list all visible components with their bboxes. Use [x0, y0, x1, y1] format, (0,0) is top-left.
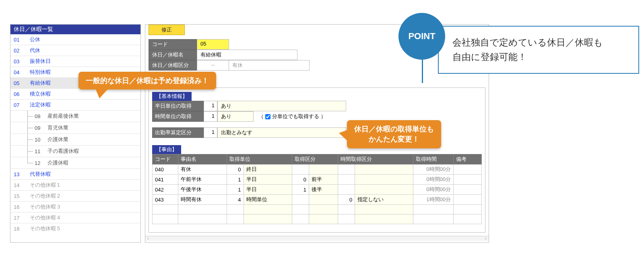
hourly-num[interactable]: 1 [204, 111, 217, 122]
sidebar-item-07[interactable]: 07 法定休暇 [10, 100, 140, 110]
sidebar-item-14[interactable]: 14 その他休暇１ [10, 180, 140, 191]
cell-hdiv-num[interactable] [338, 175, 355, 185]
sidebar-sub-12[interactable]: 12 介護休暇 [10, 157, 140, 169]
cell-empty[interactable] [227, 205, 244, 214]
cell-div-num[interactable] [292, 164, 309, 175]
cell-unit-text[interactable]: 終日 [244, 164, 292, 175]
sidebar-item-15[interactable]: 15 その他休暇２ [10, 191, 140, 202]
cell-div-text[interactable]: 後半 [309, 185, 338, 195]
sidebar-item-label: その他休暇２ [30, 192, 61, 200]
table-row-empty[interactable] [153, 214, 482, 224]
cell-name[interactable]: 有休 [178, 164, 227, 175]
callout-unit-change: 休日／休暇の取得単位も かんたん変更！ [347, 120, 441, 148]
cell-empty[interactable] [355, 214, 413, 224]
sidebar-item-17[interactable]: 17 その他休暇４ [10, 212, 140, 223]
sidebar-item-13[interactable]: 13 代替休暇 [10, 169, 140, 180]
cell-empty[interactable] [309, 214, 338, 224]
cell-empty[interactable] [292, 214, 309, 224]
hourly-text[interactable]: あり [217, 111, 254, 122]
cell-empty[interactable] [153, 205, 178, 214]
cell-note[interactable] [454, 185, 482, 195]
paren-l: （ [258, 113, 264, 120]
cell-name[interactable]: 午前半休 [178, 175, 227, 185]
cell-empty[interactable] [244, 205, 292, 214]
scroll-right-icon[interactable]: › [483, 236, 489, 241]
cell-div-num[interactable]: 1 [292, 185, 309, 195]
cell-div-num[interactable] [292, 195, 309, 205]
cell-empty[interactable] [454, 214, 482, 224]
cell-name[interactable]: 時間有休 [178, 195, 227, 205]
cell-hdiv-text[interactable] [355, 185, 413, 195]
cell-empty[interactable] [309, 205, 338, 214]
edit-mode-button[interactable]: 修正 [149, 25, 185, 35]
cell-empty[interactable] [413, 205, 454, 214]
cell-time[interactable]: 0時間00分 [413, 164, 454, 175]
cell-note[interactable] [454, 195, 482, 205]
sidebar-sub-08[interactable]: 08 産前産後休業 [10, 110, 140, 122]
cell-div-num[interactable]: 0 [292, 175, 309, 185]
cell-empty[interactable] [227, 214, 244, 224]
halfday-text[interactable]: あり [217, 101, 346, 111]
cell-unit-num[interactable]: 0 [227, 164, 244, 175]
cell-time[interactable]: 0時間00分 [413, 185, 454, 195]
cell-hdiv-text[interactable] [355, 164, 413, 175]
cell-unit-num[interactable]: 4 [227, 195, 244, 205]
attendance-num[interactable]: 1 [204, 127, 217, 138]
cell-unit-text[interactable]: 半日 [244, 185, 292, 195]
cell-note[interactable] [454, 164, 482, 175]
sidebar: 休日／休暇一覧 01 公休 02 代休 03 振替休日 04 特別休暇 05 有… [10, 24, 141, 243]
cell-hdiv-num[interactable] [338, 164, 355, 175]
cell-empty[interactable] [153, 214, 178, 224]
cell-unit-text[interactable]: 時間単位 [244, 195, 292, 205]
sidebar-item-01[interactable]: 01 公休 [10, 34, 140, 45]
cell-hdiv-text[interactable] [355, 175, 413, 185]
sidebar-item-03[interactable]: 03 振替休日 [10, 56, 140, 67]
cell-empty[interactable] [178, 205, 227, 214]
cell-hdiv-num[interactable]: 0 [338, 195, 355, 205]
cell-unit-num[interactable]: 1 [227, 185, 244, 195]
table-row[interactable]: 041午前半休1半日0前半0時間00分 [153, 175, 482, 185]
sidebar-sub-11[interactable]: 11 子の看護休暇 [10, 146, 140, 157]
name-value[interactable]: 有給休暇 [197, 50, 297, 60]
cell-empty[interactable] [292, 205, 309, 214]
cell-empty[interactable] [413, 214, 454, 224]
cell-note[interactable] [454, 175, 482, 185]
cell-empty[interactable] [338, 214, 355, 224]
cell-unit-num[interactable]: 1 [227, 175, 244, 185]
cell-code[interactable]: 041 [153, 175, 178, 185]
sidebar-item-16[interactable]: 16 その他休暇３ [10, 202, 140, 212]
cell-time[interactable]: 0時間00分 [413, 175, 454, 185]
cell-empty[interactable] [355, 205, 413, 214]
table-row-empty[interactable] [153, 205, 482, 214]
cell-div-text[interactable] [309, 164, 338, 175]
cell-div-text[interactable] [309, 195, 338, 205]
cell-empty[interactable] [338, 205, 355, 214]
sidebar-item-label: その他休暇４ [30, 214, 61, 221]
cell-name[interactable]: 午後半休 [178, 185, 227, 195]
minute-unit-checkbox[interactable] [265, 114, 270, 119]
sidebar-item-06[interactable]: 06 積立休暇 [10, 89, 140, 100]
cell-code[interactable]: 042 [153, 185, 178, 195]
cell-hdiv-text[interactable]: 指定しない [355, 195, 413, 205]
cell-code[interactable]: 043 [153, 195, 178, 205]
table-row[interactable]: 042午後半休1半日1後半0時間00分 [153, 185, 482, 195]
sidebar-item-02[interactable]: 02 代休 [10, 45, 140, 56]
cell-empty[interactable] [178, 214, 227, 224]
code-value[interactable]: 05 [197, 39, 229, 50]
halfday-num[interactable]: 1 [204, 101, 217, 111]
table-row[interactable]: 040有休0終日0時間00分 [153, 164, 482, 175]
cell-code[interactable]: 040 [153, 164, 178, 175]
attendance-text[interactable]: 出勤とみなす [217, 127, 346, 138]
sidebar-item-18[interactable]: 18 その他休暇５ [10, 223, 140, 234]
horizontal-scrollbar[interactable]: ‹ › [145, 236, 489, 241]
cell-time[interactable]: 1時間00分 [413, 195, 454, 205]
cell-hdiv-num[interactable] [338, 185, 355, 195]
cell-empty[interactable] [454, 205, 482, 214]
scroll-left-icon[interactable]: ‹ [145, 236, 151, 241]
cell-empty[interactable] [244, 214, 292, 224]
sidebar-sub-09[interactable]: 09 育児休業 [10, 122, 140, 134]
table-row[interactable]: 043時間有休4時間単位0指定しない1時間00分 [153, 195, 482, 205]
cell-unit-text[interactable]: 半日 [244, 175, 292, 185]
cell-div-text[interactable]: 前半 [309, 175, 338, 185]
sidebar-sub-10[interactable]: 10 介護休業 [10, 134, 140, 146]
